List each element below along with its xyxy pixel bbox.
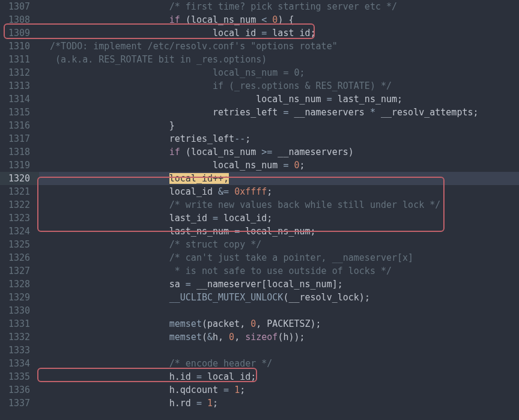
- line-number: 1314: [0, 93, 39, 106]
- line-number: 1320: [0, 172, 39, 185]
- code-line[interactable]: 1322 /* write new values back while stil…: [0, 198, 519, 212]
- code-line[interactable]: 1312 local_ns_num = 0;: [0, 66, 519, 79]
- code-line[interactable]: 1334 /* encode header */: [0, 357, 519, 370]
- code-content[interactable]: local_ns_num = last_ns_num;: [39, 93, 519, 106]
- code-line[interactable]: 1332 memset(&h, 0, sizeof(h));: [0, 330, 519, 344]
- code-content[interactable]: /* struct copy */: [39, 238, 519, 251]
- line-number: 1313: [0, 79, 39, 93]
- code-line[interactable]: 1336 h.qdcount = 1;: [0, 383, 519, 397]
- line-number: 1316: [0, 119, 39, 132]
- line-number: 1318: [0, 145, 39, 159]
- code-content[interactable]: /* can't just take a pointer, __nameserv…: [39, 251, 519, 264]
- code-content[interactable]: if (local_ns_num < 0) {: [39, 13, 519, 26]
- line-number: 1329: [0, 291, 39, 304]
- code-content[interactable]: local_id = last_id;: [39, 26, 519, 40]
- code-line[interactable]: 1329 __UCLIBC_MUTEX_UNLOCK(__resolv_lock…: [0, 291, 519, 304]
- line-number: 1311: [0, 53, 39, 66]
- code-content[interactable]: /* encode header */: [39, 357, 519, 370]
- line-number: 1315: [0, 106, 39, 119]
- code-line[interactable]: 1317 retries_left--;: [0, 132, 519, 145]
- code-line[interactable]: 1313 if (_res.options & RES_ROTATE) */: [0, 79, 519, 93]
- code-line[interactable]: 1324 last_ns_num = local_ns_num;: [0, 225, 519, 238]
- code-content[interactable]: h.rd = 1;: [39, 397, 519, 410]
- code-content[interactable]: retries_left = __nameservers * __resolv_…: [39, 106, 519, 119]
- code-line[interactable]: 1319 local_ns_num = 0;: [0, 159, 519, 172]
- line-number: 1317: [0, 132, 39, 145]
- line-number: 1321: [0, 185, 39, 198]
- code-line[interactable]: 1331 memset(packet, 0, PACKETSZ);: [0, 317, 519, 330]
- code-content[interactable]: /* write new values back while still und…: [39, 198, 519, 212]
- code-line[interactable]: 1309 local_id = last_id;: [0, 26, 519, 40]
- line-number: 1310: [0, 40, 39, 53]
- code-content[interactable]: * is not safe to use outside of locks */: [39, 264, 519, 278]
- line-number: 1330: [0, 304, 39, 317]
- code-content[interactable]: }: [39, 119, 519, 132]
- code-content[interactable]: last_id = local_id;: [39, 212, 519, 225]
- code-content[interactable]: local_ns_num = 0;: [39, 159, 519, 172]
- code-line[interactable]: 1314 local_ns_num = last_ns_num;: [0, 93, 519, 106]
- code-content[interactable]: last_ns_num = local_ns_num;: [39, 225, 519, 238]
- code-content[interactable]: [39, 344, 519, 357]
- code-line[interactable]: 1330: [0, 304, 519, 317]
- code-line[interactable]: 1311 (a.k.a. RES_ROTATE bit in _res.opti…: [0, 53, 519, 66]
- line-number: 1326: [0, 251, 39, 264]
- code-content[interactable]: h.qdcount = 1;: [39, 383, 519, 397]
- code-content[interactable]: if (_res.options & RES_ROTATE) */: [39, 79, 519, 93]
- code-content[interactable]: if (local_ns_num >= __nameservers): [39, 145, 519, 159]
- code-line[interactable]: 1310 /*TODO: implement /etc/resolv.conf'…: [0, 40, 519, 53]
- code-line[interactable]: 1307 /* first time? pick starting server…: [0, 0, 519, 13]
- line-number: 1324: [0, 225, 39, 238]
- line-number: 1332: [0, 330, 39, 344]
- code-content[interactable]: memset(&h, 0, sizeof(h));: [39, 330, 519, 344]
- line-number: 1328: [0, 278, 39, 291]
- code-content[interactable]: local_ns_num = 0;: [39, 66, 519, 79]
- code-content[interactable]: /*TODO: implement /etc/resolv.conf's "op…: [39, 40, 519, 53]
- code-content[interactable]: [39, 304, 519, 317]
- code-line[interactable]: 1326 /* can't just take a pointer, __nam…: [0, 251, 519, 264]
- code-line[interactable]: 1321 local_id &= 0xffff;: [0, 185, 519, 198]
- line-number: 1322: [0, 198, 39, 212]
- code-line[interactable]: 1318 if (local_ns_num >= __nameservers): [0, 145, 519, 159]
- code-content[interactable]: retries_left--;: [39, 132, 519, 145]
- code-content[interactable]: memset(packet, 0, PACKETSZ);: [39, 317, 519, 330]
- line-number: 1309: [0, 26, 39, 40]
- line-number: 1336: [0, 383, 39, 397]
- line-number: 1335: [0, 370, 39, 383]
- line-number: 1333: [0, 344, 39, 357]
- line-number: 1327: [0, 264, 39, 278]
- line-number: 1323: [0, 212, 39, 225]
- code-line[interactable]: 1328 sa = __nameserver[local_ns_num];: [0, 278, 519, 291]
- code-line[interactable]: 1308 if (local_ns_num < 0) {: [0, 13, 519, 26]
- code-content[interactable]: __UCLIBC_MUTEX_UNLOCK(__resolv_lock);: [39, 291, 519, 304]
- line-number: 1331: [0, 317, 39, 330]
- code-content[interactable]: (a.k.a. RES_ROTATE bit in _res.options): [39, 53, 519, 66]
- code-line[interactable]: 1337 h.rd = 1;: [0, 397, 519, 410]
- code-line[interactable]: 1315 retries_left = __nameservers * __re…: [0, 106, 519, 119]
- code-line[interactable]: 1323 last_id = local_id;: [0, 212, 519, 225]
- line-number: 1307: [0, 0, 39, 13]
- code-line[interactable]: 1316 }: [0, 119, 519, 132]
- code-editor[interactable]: 1307 /* first time? pick starting server…: [0, 0, 519, 410]
- line-number: 1308: [0, 13, 39, 26]
- line-number: 1319: [0, 159, 39, 172]
- line-number: 1334: [0, 357, 39, 370]
- code-line[interactable]: 1325 /* struct copy */: [0, 238, 519, 251]
- code-line[interactable]: 1327 * is not safe to use outside of loc…: [0, 264, 519, 278]
- code-content[interactable]: /* first time? pick starting server etc …: [39, 0, 519, 13]
- line-number: 1337: [0, 397, 39, 410]
- code-line[interactable]: 1333: [0, 344, 519, 357]
- code-content[interactable]: h.id = local_id;: [39, 370, 519, 383]
- code-content[interactable]: local_id &= 0xffff;: [39, 185, 519, 198]
- line-number: 1312: [0, 66, 39, 79]
- code-content[interactable]: local_id++;: [39, 172, 519, 185]
- code-line[interactable]: 1335 h.id = local_id;: [0, 370, 519, 383]
- code-content[interactable]: sa = __nameserver[local_ns_num];: [39, 278, 519, 291]
- code-line[interactable]: 1320 local_id++;: [0, 172, 519, 185]
- line-number: 1325: [0, 238, 39, 251]
